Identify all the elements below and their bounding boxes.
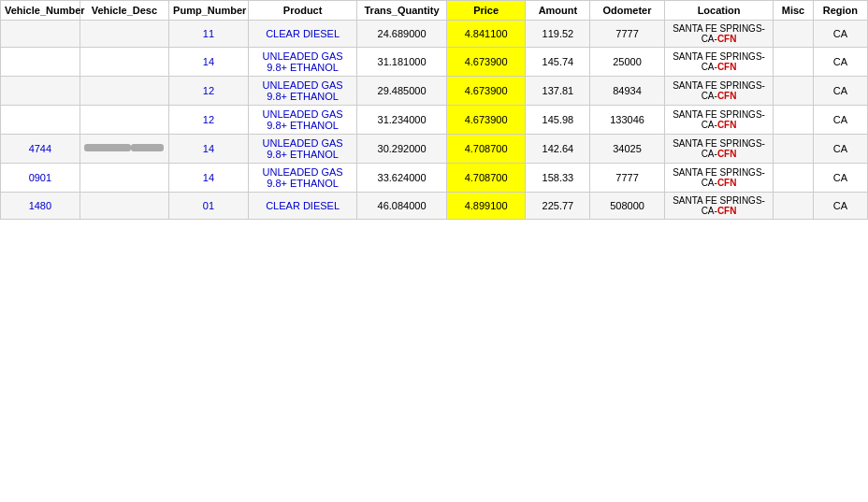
col-header-odometer: Odometer (590, 1, 664, 21)
cell-vehicle-number (1, 48, 80, 77)
cell-price: 4.841100 (446, 21, 526, 48)
cell-region: CA (813, 164, 867, 193)
cell-vehicle-number: 0901 (1, 164, 80, 193)
cell-amount: 158.33 (526, 164, 590, 193)
table-row: 12UNLEADED GAS 9.8+ ETHANOL29.4850004.67… (1, 77, 868, 106)
cell-trans-quantity: 29.485000 (357, 77, 446, 106)
cell-trans-quantity: 33.624000 (357, 164, 446, 193)
cell-amount: 137.81 (526, 77, 590, 106)
cell-region: CA (813, 77, 867, 106)
cell-product: UNLEADED GAS 9.8+ ETHANOL (248, 48, 357, 77)
cell-price: 4.673900 (446, 106, 526, 135)
cell-odometer: 7777 (590, 164, 664, 193)
table-row: 12UNLEADED GAS 9.8+ ETHANOL31.2340004.67… (1, 106, 868, 135)
cell-vehicle-number (1, 21, 80, 48)
cell-odometer: 25000 (590, 48, 664, 77)
cell-amount: 145.98 (526, 106, 590, 135)
cell-odometer: 133046 (590, 106, 664, 135)
cell-region: CA (813, 135, 867, 164)
cell-amount: 145.74 (526, 48, 590, 77)
col-header-vehicle-number: Vehicle_Number (1, 1, 80, 21)
cell-trans-quantity: 31.234000 (357, 106, 446, 135)
cell-misc (774, 48, 813, 77)
cell-amount: 225.77 (526, 193, 590, 220)
col-header-amount: Amount (526, 1, 590, 21)
cell-vehicle-number (1, 77, 80, 106)
cell-vehicle-desc (80, 164, 168, 193)
table-row: 148001CLEAR DIESEL46.0840004.899100225.7… (1, 193, 868, 220)
col-header-misc: Misc (774, 1, 813, 21)
cell-pump-number: 14 (169, 48, 249, 77)
cell-trans-quantity: 31.181000 (357, 48, 446, 77)
cell-trans-quantity: 24.689000 (357, 21, 446, 48)
header-row: Vehicle_Number Vehicle_Desc Pump_Number … (1, 1, 868, 21)
main-table-container: Vehicle_Number Vehicle_Desc Pump_Number … (0, 0, 868, 220)
cell-odometer: 84934 (590, 77, 664, 106)
cell-price: 4.708700 (446, 135, 526, 164)
col-header-location: Location (664, 1, 774, 21)
cell-vehicle-desc (80, 193, 168, 220)
cell-misc (774, 21, 813, 48)
cfn-label: CFN (717, 120, 737, 130)
cell-location: SANTA FE SPRINGS-CA-CFN (664, 193, 774, 220)
cell-region: CA (813, 48, 867, 77)
cell-product: UNLEADED GAS 9.8+ ETHANOL (248, 164, 357, 193)
cell-location: SANTA FE SPRINGS-CA-CFN (664, 135, 774, 164)
cell-location: SANTA FE SPRINGS-CA-CFN (664, 77, 774, 106)
table-row: 474414UNLEADED GAS 9.8+ ETHANOL30.292000… (1, 135, 868, 164)
cell-amount: 142.64 (526, 135, 590, 164)
cfn-label: CFN (717, 62, 737, 72)
cell-product: UNLEADED GAS 9.8+ ETHANOL (248, 77, 357, 106)
cell-misc (774, 193, 813, 220)
cell-location: SANTA FE SPRINGS-CA-CFN (664, 106, 774, 135)
cell-vehicle-desc (80, 21, 168, 48)
cfn-label: CFN (717, 149, 737, 159)
cell-product: CLEAR DIESEL (248, 21, 357, 48)
cfn-label: CFN (717, 91, 737, 101)
cell-product: UNLEADED GAS 9.8+ ETHANOL (248, 135, 357, 164)
cell-vehicle-desc (80, 77, 168, 106)
cell-misc (774, 77, 813, 106)
cell-misc (774, 106, 813, 135)
cfn-label: CFN (717, 206, 737, 216)
cell-pump-number: 14 (169, 135, 249, 164)
cfn-label: CFN (717, 178, 737, 188)
table-row: 11CLEAR DIESEL24.6890004.841100119.52777… (1, 21, 868, 48)
cell-odometer: 7777 (590, 21, 664, 48)
cell-vehicle-desc (80, 135, 168, 164)
col-header-trans-quantity: Trans_Quantity (357, 1, 446, 21)
data-table: Vehicle_Number Vehicle_Desc Pump_Number … (0, 0, 868, 220)
cell-pump-number: 12 (169, 106, 249, 135)
cell-vehicle-number (1, 106, 80, 135)
cell-region: CA (813, 21, 867, 48)
col-header-price: Price (446, 1, 526, 21)
cell-misc (774, 164, 813, 193)
cell-trans-quantity: 46.084000 (357, 193, 446, 220)
cell-product: CLEAR DIESEL (248, 193, 357, 220)
cell-price: 4.673900 (446, 77, 526, 106)
cell-price: 4.899100 (446, 193, 526, 220)
table-row: 14UNLEADED GAS 9.8+ ETHANOL31.1810004.67… (1, 48, 868, 77)
cell-pump-number: 11 (169, 21, 249, 48)
cell-region: CA (813, 106, 867, 135)
cell-amount: 119.52 (526, 21, 590, 48)
cell-pump-number: 14 (169, 164, 249, 193)
cfn-label: CFN (717, 34, 737, 44)
cell-location: SANTA FE SPRINGS-CA-CFN (664, 48, 774, 77)
table-row: 090114UNLEADED GAS 9.8+ ETHANOL33.624000… (1, 164, 868, 193)
cell-vehicle-desc (80, 106, 168, 135)
cell-product: UNLEADED GAS 9.8+ ETHANOL (248, 106, 357, 135)
cell-price: 4.673900 (446, 48, 526, 77)
cell-odometer: 508000 (590, 193, 664, 220)
cell-vehicle-number: 1480 (1, 193, 80, 220)
cell-location: SANTA FE SPRINGS-CA-CFN (664, 164, 774, 193)
cell-vehicle-number: 4744 (1, 135, 80, 164)
cell-region: CA (813, 193, 867, 220)
cell-misc (774, 135, 813, 164)
col-header-vehicle-desc: Vehicle_Desc (80, 1, 168, 21)
cell-price: 4.708700 (446, 164, 526, 193)
cell-pump-number: 01 (169, 193, 249, 220)
cell-location: SANTA FE SPRINGS-CA-CFN (664, 21, 774, 48)
cell-odometer: 34025 (590, 135, 664, 164)
cell-pump-number: 12 (169, 77, 249, 106)
